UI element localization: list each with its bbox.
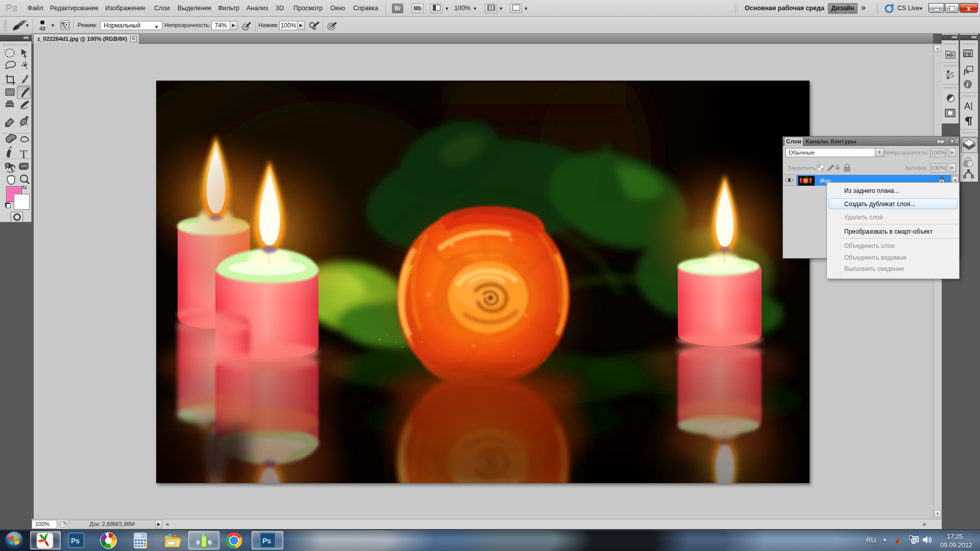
- svg-text:Ps: Ps: [262, 537, 271, 545]
- svg-text:fx: fx: [964, 67, 969, 75]
- svg-text:T: T: [20, 147, 28, 158]
- svg-text:Mb: Mb: [947, 53, 953, 58]
- svg-text:5: 5: [950, 71, 954, 79]
- svg-text:A: A: [964, 101, 970, 111]
- svg-text:0: 0: [142, 535, 144, 538]
- svg-text:Ps: Ps: [71, 537, 80, 545]
